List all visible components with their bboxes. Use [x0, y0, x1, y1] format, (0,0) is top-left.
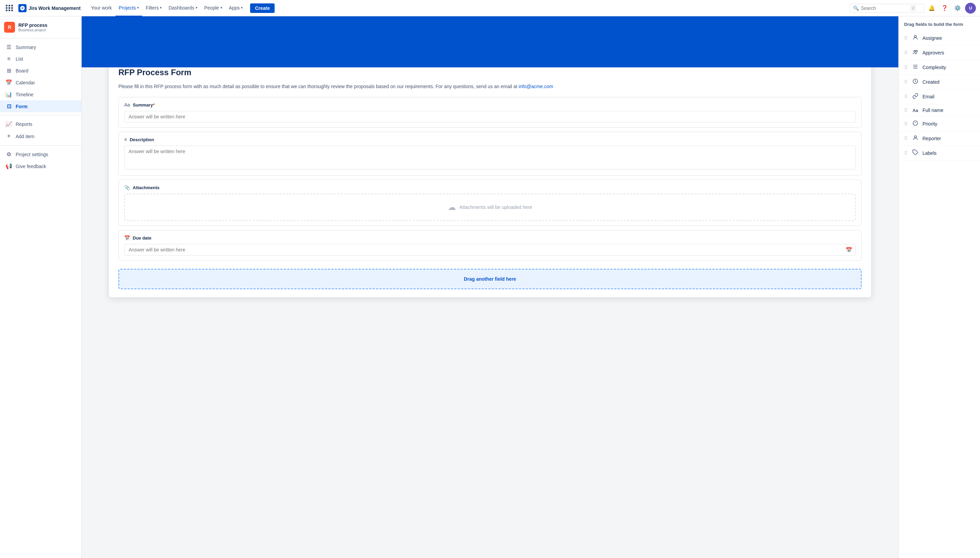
panel-item-approvers[interactable]: ⠿ Approvers: [899, 46, 980, 60]
panel-item-reporter[interactable]: ⠿ Reporter: [899, 131, 980, 146]
required-asterisk-summary: *: [153, 102, 154, 108]
assignee-icon: [912, 34, 919, 42]
nav-people[interactable]: People ▾: [201, 0, 226, 16]
panel-item-labels[interactable]: ⠿ Labels: [899, 146, 980, 161]
project-settings-icon: ⚙: [5, 151, 12, 158]
svg-point-10: [914, 136, 916, 138]
form-container-wrapper: ✓ All changes saved ↗ Preview ⤢ Share: [82, 37, 898, 311]
dashboards-chevron: ▾: [196, 6, 197, 10]
form-icon: ⊡: [5, 103, 12, 110]
field-summary: ⠿ Aa Summary*: [118, 97, 862, 128]
form-fields: ⠿ Aa Summary* ⠿: [118, 97, 862, 289]
panel-item-created[interactable]: ⠿ Created: [899, 75, 980, 89]
labels-icon: [912, 149, 919, 157]
drag-handle-labels: ⠿: [904, 150, 908, 156]
add-item-icon: +: [5, 133, 12, 140]
nav-your-work[interactable]: Your work: [87, 0, 115, 16]
logo-text: Jira Work Management: [29, 5, 80, 11]
sidebar-item-form[interactable]: ⊡ Form: [0, 100, 81, 112]
logo[interactable]: Jira Work Management: [18, 4, 80, 12]
svg-point-0: [914, 35, 916, 38]
nav-dashboards[interactable]: Dashboards ▾: [165, 0, 201, 16]
sidebar-item-list[interactable]: ≡ List: [0, 53, 81, 65]
search-shortcut: /: [911, 5, 916, 11]
sidebar-item-timeline[interactable]: 📊 Timeline: [0, 89, 81, 100]
sidebar-item-add-item[interactable]: + Add item: [0, 130, 81, 143]
field-label-attachments: Attachments: [133, 185, 159, 190]
email-icon: [912, 93, 919, 100]
settings-button[interactable]: ⚙️: [952, 3, 963, 14]
topnav-right: 🔍 / 🔔 ❓ ⚙️ U: [849, 3, 976, 14]
field-attachments: ⠿ 📎 Attachments ☁ Attachments will be up…: [118, 180, 862, 226]
field-label-row-attachments: 📎 Attachments: [124, 185, 856, 190]
field-label-row-due-date: 📅 Due date: [124, 235, 856, 241]
drag-handle-reporter: ⠿: [904, 136, 908, 141]
panel-item-complexity[interactable]: ⠿ Complexity: [899, 60, 980, 75]
project-name: RFP process: [18, 23, 47, 28]
sidebar-item-board[interactable]: ⊞ Board: [0, 65, 81, 77]
content-area: ✓ All changes saved ↗ Preview ⤢ Share: [82, 16, 980, 558]
nav-filters[interactable]: Filters ▾: [142, 0, 165, 16]
drag-handle-complexity: ⠿: [904, 65, 908, 70]
drag-field-label: Drag another field here: [464, 276, 516, 282]
field-input-description[interactable]: [124, 146, 856, 169]
drag-handle-approvers: ⠿: [904, 50, 908, 56]
help-button[interactable]: ❓: [939, 3, 950, 14]
sidebar: R RFP process Business project ☰ Summary…: [0, 16, 82, 558]
search-box[interactable]: 🔍 /: [849, 4, 924, 13]
topnav-nav: Your work Projects ▾ Filters ▾ Dashboard…: [87, 0, 246, 16]
field-description: ⠿ ≡ Description: [118, 132, 862, 176]
reports-icon: 📈: [5, 121, 12, 127]
attachments-box[interactable]: ☁ Attachments will be uploaded here: [124, 194, 856, 221]
upload-icon: ☁: [448, 202, 456, 212]
notifications-button[interactable]: 🔔: [926, 3, 937, 14]
people-chevron: ▾: [220, 6, 222, 10]
panel-item-email[interactable]: ⠿ Email: [899, 89, 980, 104]
sidebar-item-project-settings[interactable]: ⚙ Project settings: [0, 148, 81, 160]
panel-item-full-name[interactable]: ⠿ Aa Full name: [899, 104, 980, 117]
field-type-icon-due-date: 📅: [124, 235, 130, 241]
svg-point-1: [914, 50, 916, 52]
avatar[interactable]: U: [965, 3, 976, 14]
form-description-link[interactable]: info@acme.com: [519, 84, 553, 89]
main-layout: R RFP process Business project ☰ Summary…: [0, 16, 980, 558]
drag-handle-assignee: ⠿: [904, 35, 908, 41]
sidebar-item-calendar[interactable]: 📅 Calendar: [0, 77, 81, 89]
field-input-due-date[interactable]: [124, 244, 856, 256]
form-description-text: Please fill in this RFP process form wit…: [118, 84, 517, 89]
calendar-picker-icon[interactable]: 📅: [845, 247, 852, 253]
sidebar-divider: [0, 115, 81, 115]
panel-item-assignee[interactable]: ⠿ Assignee: [899, 31, 980, 46]
filters-chevron: ▾: [160, 6, 162, 10]
drag-handle-full-name: ⠿: [904, 108, 908, 113]
sidebar-item-give-feedback[interactable]: 📢 Give feedback: [0, 160, 81, 172]
field-due-date: ⠿ 📅 Due date 📅: [118, 230, 862, 261]
created-icon: [912, 78, 919, 86]
projects-chevron: ▾: [137, 6, 139, 10]
jira-logo-icon: [18, 4, 26, 12]
drag-another-field-zone[interactable]: Drag another field here: [118, 269, 862, 289]
apps-chevron: ▾: [241, 6, 243, 10]
sidebar-item-summary[interactable]: ☰ Summary: [0, 41, 81, 53]
project-info: RFP process Business project: [18, 23, 47, 32]
list-icon: ≡: [5, 56, 12, 62]
sidebar-divider-2: [0, 145, 81, 146]
project-header[interactable]: R RFP process Business project: [0, 16, 81, 38]
field-input-summary[interactable]: [124, 111, 856, 123]
field-label-summary: Summary*: [133, 102, 154, 108]
project-type: Business project: [18, 28, 47, 32]
create-button[interactable]: Create: [250, 3, 274, 13]
drag-handle-created: ⠿: [904, 79, 908, 85]
field-type-icon-description: ≡: [124, 137, 127, 142]
nav-projects[interactable]: Projects ▾: [115, 0, 143, 16]
give-feedback-icon: 📢: [5, 163, 12, 169]
sidebar-item-reports[interactable]: 📈 Reports: [0, 118, 81, 130]
priority-icon: [912, 120, 919, 128]
panel-item-priority[interactable]: ⠿ Priority: [899, 117, 980, 131]
search-input[interactable]: [861, 5, 909, 11]
app-switcher[interactable]: [4, 3, 15, 14]
nav-apps[interactable]: Apps ▾: [226, 0, 246, 16]
search-icon: 🔍: [853, 5, 859, 11]
sidebar-nav: ☰ Summary ≡ List ⊞ Board 📅 Calendar 📊 Ti…: [0, 38, 81, 558]
calendar-icon: 📅: [5, 79, 12, 86]
